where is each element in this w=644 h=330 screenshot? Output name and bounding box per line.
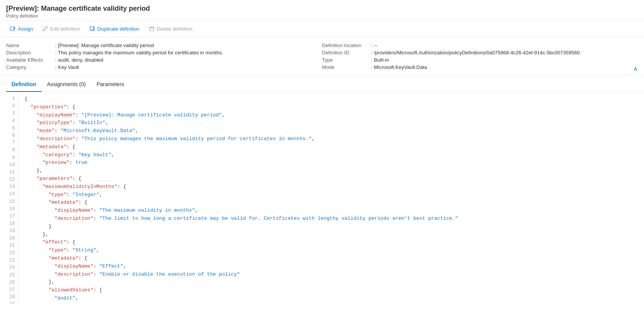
edit-definition-button[interactable]: Edit definition (38, 24, 84, 34)
line-number: 19 (6, 227, 15, 235)
code-line: "description": "Enable or disable the ex… (25, 271, 638, 279)
delete-icon (149, 26, 155, 32)
meta-value: : Key Vault (55, 64, 79, 70)
line-number: 20 (6, 235, 15, 242)
code-line: } (25, 223, 638, 231)
line-number: 8 (6, 147, 15, 154)
meta-value: : audit, deny, disabled (55, 57, 104, 63)
collapse-button[interactable]: ∧ (633, 65, 638, 72)
tabs-bar: DefinitionAssignments (0)Parameters (0, 77, 644, 92)
meta-label: Name (6, 42, 52, 48)
svg-rect-3 (150, 28, 154, 31)
code-line: "parameters": { (25, 175, 638, 183)
tab-assignments[interactable]: Assignments (0) (42, 77, 91, 92)
code-line: "audit", (25, 294, 638, 302)
line-number: 9 (6, 154, 15, 162)
code-line: "properties": { (25, 103, 638, 111)
line-number: 27 (6, 286, 15, 294)
line-number: 25 (6, 272, 15, 279)
code-line: "deny", (25, 302, 638, 304)
meta-row: Mode: Microsoft.KeyVault.Data (322, 64, 638, 71)
line-number: 5 (6, 125, 15, 132)
line-number: 23 (6, 257, 15, 264)
line-number: 22 (6, 250, 15, 257)
edit-icon (42, 26, 48, 32)
line-number: 15 (6, 198, 15, 206)
line-number: 24 (6, 264, 15, 271)
code-line: "displayName": "Effect", (25, 263, 638, 271)
code-line: "preview": true (25, 159, 638, 167)
line-number: 13 (6, 183, 15, 191)
svg-rect-2 (90, 26, 94, 30)
page-header: [Preview]: Manage certificate validity p… (0, 0, 644, 21)
code-line: }, (25, 278, 638, 286)
line-number: 21 (6, 242, 15, 250)
line-number: 11 (6, 169, 15, 176)
page-title: [Preview]: Manage certificate validity p… (6, 5, 638, 13)
tab-parameters[interactable]: Parameters (91, 77, 130, 92)
delete-definition-button[interactable]: Delete definition (145, 24, 196, 34)
meta-row: Category: Key Vault (6, 64, 322, 71)
meta-label: Mode (322, 64, 368, 70)
line-number: 10 (6, 162, 15, 169)
metadata-left: Name: [Preview]: Manage certificate vali… (6, 42, 322, 71)
code-line: "policyType": "BuiltIn", (25, 119, 638, 127)
meta-label: Definition location (322, 42, 368, 48)
meta-label: Available Effects (6, 57, 52, 63)
code-line: "description": "The limit to how long a … (25, 215, 638, 223)
code-area[interactable]: 1234567891011121314151617181920212223242… (0, 92, 644, 304)
meta-value: : Microsoft.KeyVault.Data (371, 64, 427, 70)
line-number: 7 (6, 139, 15, 147)
code-line: "mode": "Microsoft.KeyVault.Data", (25, 127, 638, 135)
metadata-section: Name: [Preview]: Manage certificate vali… (0, 37, 644, 76)
meta-label: Definition ID (322, 50, 368, 56)
code-line: }, (25, 231, 638, 239)
line-number: 29 (6, 301, 15, 304)
code-line: "maximumValidityInMonths": { (25, 183, 638, 191)
meta-label: Category (6, 64, 52, 70)
meta-row: Definition ID: /providers/Microsoft.Auth… (322, 49, 638, 56)
code-line: "effect": { (25, 239, 638, 247)
meta-row: Available Effects: audit, deny, disabled (6, 56, 322, 64)
meta-value: : [Preview]: Manage certificate validity… (55, 42, 154, 48)
line-number: 26 (6, 279, 15, 286)
line-number: 12 (6, 176, 15, 183)
line-number: 14 (6, 191, 15, 198)
line-number: 6 (6, 132, 15, 139)
line-numbers: 1234567891011121314151617181920212223242… (0, 92, 18, 304)
code-line: "type": "String", (25, 247, 638, 255)
line-number: 28 (6, 294, 15, 301)
line-number: 17 (6, 213, 15, 220)
meta-row: Type: Built-in (322, 56, 638, 64)
code-line: "displayName": "[Preview]: Manage certif… (25, 111, 638, 119)
code-line: "metadata": { (25, 143, 638, 151)
code-line: "metadata": { (25, 255, 638, 263)
line-number: 3 (6, 110, 15, 117)
meta-label: Description (6, 50, 52, 56)
assign-icon (10, 26, 16, 32)
meta-row: Definition location: -- (322, 42, 638, 49)
meta-row: Description: This policy manages the max… (6, 49, 322, 56)
duplicate-definition-button[interactable]: Duplicate definition (85, 24, 143, 34)
duplicate-icon (89, 26, 95, 32)
page-subtitle: Policy definition (6, 13, 638, 19)
meta-value: : This policy manages the maximum validi… (55, 50, 223, 56)
meta-value: : Built-in (371, 57, 389, 63)
line-number: 18 (6, 220, 15, 227)
meta-value: : -- (371, 42, 377, 48)
meta-label: Type (322, 57, 368, 63)
tab-definition[interactable]: Definition (6, 77, 42, 92)
meta-row: Name: [Preview]: Manage certificate vali… (6, 42, 322, 49)
assign-button[interactable]: Assign (6, 24, 37, 34)
code-line: "metadata": { (25, 199, 638, 207)
code-content: { "properties": { "displayName": "[Previ… (18, 92, 644, 304)
line-number: 2 (6, 103, 15, 110)
code-line: "description": "This policy manages the … (25, 135, 638, 143)
code-line: "allowedValues": [ (25, 286, 638, 294)
code-line: { (25, 95, 638, 103)
code-line: }, (25, 167, 638, 175)
code-line: "displayName": "The maximum validity in … (25, 207, 638, 215)
code-line: "category": "Key Vault", (25, 151, 638, 159)
line-number: 4 (6, 118, 15, 125)
metadata-right: Definition location: --Definition ID: /p… (322, 42, 638, 71)
